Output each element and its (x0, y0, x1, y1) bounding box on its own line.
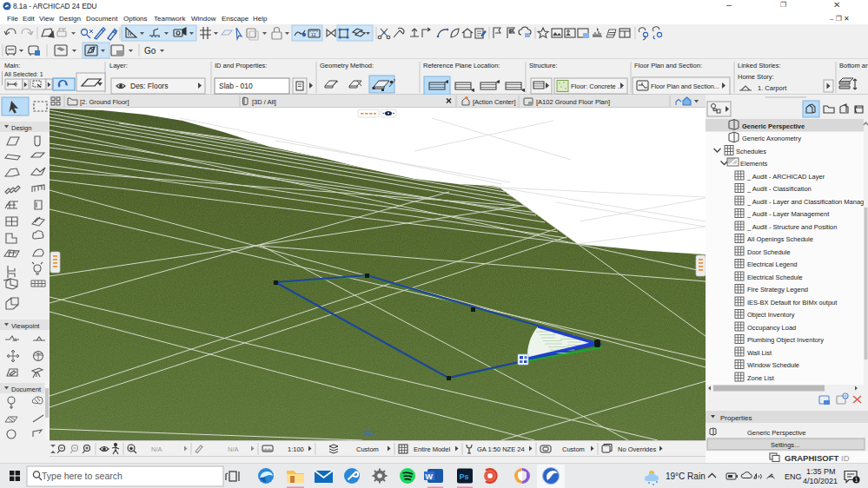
svg-text:Door Schedule: Door Schedule (747, 248, 791, 256)
svg-text:Des: Floors: Des: Floors (130, 82, 168, 90)
svg-text:Schedules: Schedules (736, 148, 766, 155)
svg-text:Slab - 010: Slab - 010 (219, 82, 253, 90)
svg-text:Bottom an: Bottom an (839, 62, 868, 69)
svg-text:Object Inventory: Object Inventory (747, 311, 795, 319)
svg-text:Settings...: Settings... (771, 441, 799, 449)
svg-text:Layer:: Layer: (109, 62, 128, 69)
svg-text:Generic Perspective: Generic Perspective (747, 429, 806, 437)
svg-text:Home Story:: Home Story: (738, 73, 774, 81)
svg-text:Zone List: Zone List (747, 374, 775, 382)
svg-text:No Overrides: No Overrides (618, 445, 656, 453)
svg-text:Type here to search: Type here to search (42, 471, 123, 481)
svg-text:_ Audit - Layer Management: _ Audit - Layer Management (746, 210, 830, 218)
svg-text:1:35 PM: 1:35 PM (806, 467, 836, 476)
svg-text:Geometry Method:: Geometry Method: (320, 62, 374, 69)
svg-text:Reference Plane Location:: Reference Plane Location: (423, 62, 500, 69)
svg-text:_ Audit - Layer and Classifica: _ Audit - Layer and Classification Manag… (746, 198, 868, 206)
svg-text:Generic Perspective: Generic Perspective (742, 122, 805, 130)
svg-text:Custom: Custom (562, 445, 585, 453)
svg-text:[A102 Ground Floor Plan]: [A102 Ground Floor Plan] (536, 98, 610, 106)
svg-text:Main:: Main: (4, 62, 20, 69)
svg-text:Floor: Concrete ...: Floor: Concrete ... (571, 82, 623, 90)
svg-text:GA 1:50 NZE 24: GA 1:50 NZE 24 (477, 445, 525, 453)
svg-text:Wall List: Wall List (747, 349, 772, 357)
svg-text:GRAPHISOFT: GRAPHISOFT (785, 453, 838, 463)
svg-text:1. Carport: 1. Carport (758, 84, 787, 92)
svg-text:[Action Center]: [Action Center] (473, 98, 516, 106)
svg-text:Plumbing Object Inventory: Plumbing Object Inventory (747, 336, 824, 344)
svg-text:ID and Properties:: ID and Properties: (215, 62, 267, 69)
svg-text:_ Audit - Classification: _ Audit - Classification (746, 185, 812, 193)
svg-text:[3D / All]: [3D / All] (252, 98, 276, 106)
svg-text:Fire Strategy Legend: Fire Strategy Legend (747, 286, 808, 293)
svg-text:1:100: 1:100 (288, 445, 304, 453)
svg-text:Entire Model: Entire Model (414, 445, 450, 453)
svg-text:Window Schedule: Window Schedule (747, 361, 799, 369)
svg-text:Linked Stories:: Linked Stories: (738, 62, 781, 69)
svg-text:Structure:: Structure: (529, 62, 558, 69)
svg-text:Ps: Ps (460, 472, 469, 481)
svg-text:Design: Design (11, 124, 31, 132)
svg-text:Electrical Legend: Electrical Legend (747, 260, 798, 268)
svg-text:Floor Plan and Section:: Floor Plan and Section: (634, 62, 702, 69)
svg-text:IES-BX Default for BIMx output: IES-BX Default for BIMx output (747, 299, 838, 307)
svg-text:All Selected: 1: All Selected: 1 (4, 71, 43, 77)
svg-text:N/A: N/A (228, 445, 239, 453)
svg-text:_ Audit - ARCHICAD Layer: _ Audit - ARCHICAD Layer (746, 173, 825, 181)
svg-text:ENG: ENG (785, 472, 802, 481)
svg-text:ID: ID (841, 453, 850, 463)
svg-text:[2. Ground Floor]: [2. Ground Floor] (80, 98, 129, 106)
svg-text:Viewpoint: Viewpoint (11, 322, 40, 330)
svg-text:Elements: Elements (740, 160, 768, 168)
svg-text:Floor Plan and Section...: Floor Plan and Section... (651, 82, 719, 90)
svg-text:1: 1 (855, 477, 858, 483)
svg-text:Custom: Custom (356, 445, 379, 453)
svg-text:12: 12 (311, 32, 316, 37)
svg-text:All Openings Schedule: All Openings Schedule (747, 235, 813, 243)
svg-text:Go: Go (144, 46, 156, 56)
svg-text:F: F (509, 29, 513, 34)
svg-text:Occupancy Load: Occupancy Load (747, 324, 796, 332)
svg-text:4/10/2021: 4/10/2021 (803, 477, 838, 485)
svg-text:Generic Axonometry: Generic Axonometry (742, 135, 801, 142)
svg-text:19°C Rain: 19°C Rain (666, 472, 706, 481)
svg-text:_ Audit - Structure and Positi: _ Audit - Structure and Position (746, 223, 837, 231)
svg-text:W: W (426, 472, 434, 481)
svg-text:Document: Document (11, 386, 42, 393)
svg-text:N/A: N/A (151, 445, 162, 453)
svg-text:Properties: Properties (720, 414, 752, 422)
svg-text:Electrical Schedule: Electrical Schedule (747, 274, 803, 281)
